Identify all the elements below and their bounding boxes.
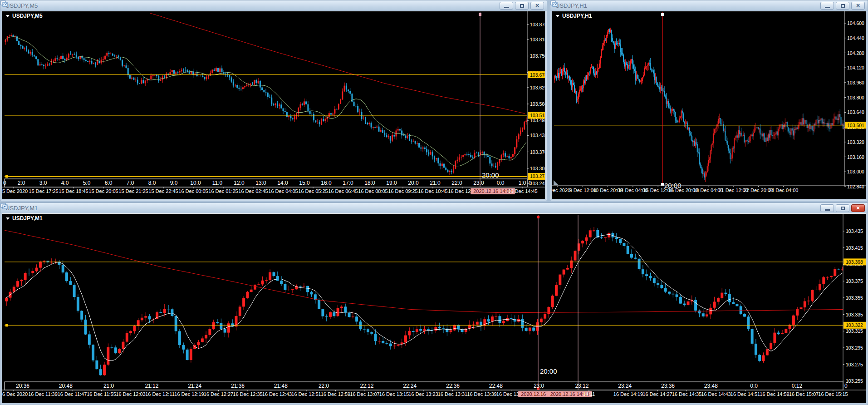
hour-label: 23:36 — [661, 383, 675, 389]
close-icon: ✕ — [856, 3, 860, 8]
price-axis-label: 103.800 — [847, 95, 864, 100]
m5-chart-canvas[interactable]: 20:002:03:04:05:06:07:08:09:010:011:012:… — [2, 11, 545, 199]
line-handle[interactable] — [5, 175, 8, 178]
time-axis-label: 24 Dec 04:00 — [769, 188, 798, 193]
titlebar-m1[interactable]: USDJPY,M1 ✕ — [0, 203, 868, 213]
hour-label: 20:48 — [59, 383, 73, 389]
minimize-button[interactable] — [500, 2, 513, 10]
vline-handle[interactable] — [661, 13, 664, 16]
hour-label: 23:0 — [473, 180, 484, 186]
hour-label: 5:0 — [83, 180, 91, 186]
chart-window-h1: USDJPY,H1 ✕ USDJPY,H1 20:00104.600104.44… — [550, 0, 868, 201]
price-axis-label: 103.435 — [530, 133, 545, 138]
time-axis-label: 16 Dec 05:25 — [298, 188, 328, 194]
hour-label: 1:0 — [519, 180, 526, 186]
price-badge: 103.501 — [845, 122, 866, 128]
hour-label: 15:0 — [299, 180, 310, 186]
time-axis-label: 16 Dec 14:19 — [613, 391, 643, 397]
time-axis-label: 16 Dec 08:05 — [358, 188, 387, 194]
m1-chart-canvas[interactable]: 20:0020:3620:4821:021:1221:2421:3621:482… — [2, 214, 866, 403]
price-axis-label: 103.960 — [847, 80, 864, 85]
time-axis-label: 15 Dec 21:25 — [118, 188, 148, 194]
restore-button[interactable] — [836, 2, 849, 10]
candlestick-series — [5, 227, 844, 376]
price-badge: 103.676 — [528, 71, 545, 78]
price-axis-label: 104.600 — [847, 20, 864, 26]
chart-window-m1: USDJPY,M1 ✕ USDJPY,M1 20:0020:3620:4821:… — [0, 202, 868, 405]
symbol-label[interactable]: USDJPY,M1 — [6, 215, 43, 222]
chart-area-h1[interactable]: USDJPY,H1 20:00104.600104.440104.280104.… — [552, 11, 866, 199]
candlestick-series — [5, 13, 527, 175]
restore-icon — [520, 4, 524, 8]
vline-handle[interactable] — [661, 183, 664, 186]
price-axis-label: 102.840 — [847, 184, 864, 189]
chart-window-m5: USDJPY,M5 ✕ USDJPY,M5 20:002:03:04:05:06… — [0, 0, 547, 201]
price-axis-label: 104.120 — [847, 65, 864, 70]
titlebar-m5[interactable]: USDJPY,M5 ✕ — [0, 0, 547, 11]
close-button[interactable]: ✕ — [851, 204, 865, 212]
price-axis-label: 103.625 — [530, 85, 545, 90]
time-axis-label: 16 Dec 14:51 — [731, 391, 760, 397]
time-axis-label: 2020.12.16 14:00 — [473, 188, 512, 194]
hour-label: 2:0 — [18, 180, 25, 186]
time-axis-label: 16 Dec 14:43 — [701, 391, 731, 397]
hour-label: 16:0 — [321, 180, 332, 186]
time-axis-label: 16 Dec 15:07 — [789, 391, 819, 397]
chart-area-m1[interactable]: USDJPY,M1 20:0020:3620:4821:021:1221:242… — [2, 213, 866, 403]
hour-label: 8:0 — [148, 180, 156, 186]
price-axis-label: 104.280 — [847, 50, 864, 56]
vline-handle[interactable] — [479, 13, 481, 16]
time-axis-label: 16 Dec 04:05 — [268, 188, 298, 194]
time-axis-label: 16 Dec 12:59 — [321, 391, 350, 397]
time-axis-label: 16 Dec 12:11 — [145, 391, 175, 397]
time-axis-label: 16 Dec 13:07 — [350, 391, 379, 397]
hour-label: 9:0 — [170, 180, 178, 186]
price-axis-label: 103.320 — [847, 139, 864, 145]
time-axis-label: 16 Dec 01:25 — [208, 188, 238, 194]
time-axis-label: 16 Dec 11:55 — [87, 391, 116, 397]
symbol-label[interactable]: USDJPY,H1 — [556, 13, 592, 19]
window-title: USDJPY,M1 — [5, 205, 38, 212]
restore-button[interactable] — [515, 2, 529, 10]
titlebar-h1[interactable]: USDJPY,H1 ✕ — [550, 0, 868, 11]
price-axis-label: 104.440 — [847, 35, 864, 41]
time-axis-label: 16 Dec 14:27 — [642, 391, 672, 397]
close-button[interactable]: ✕ — [851, 2, 865, 10]
close-button[interactable]: ✕ — [530, 2, 544, 10]
restore-button[interactable] — [836, 204, 849, 212]
line-handle[interactable] — [5, 324, 8, 326]
price-axis-label: 103.640 — [847, 109, 864, 115]
minimize-button[interactable] — [820, 2, 834, 10]
hour-label: 0 — [3, 180, 6, 186]
minimize-button[interactable] — [820, 204, 834, 212]
hour-label: 12:0 — [234, 180, 245, 186]
hour-label: 22:48 — [489, 383, 503, 389]
window-title: USDJPY,H1 — [555, 2, 587, 9]
minimize-icon — [825, 209, 830, 211]
chart-area-m5[interactable]: USDJPY,M5 20:002:03:04:05:06:07:08:09:01… — [2, 11, 545, 199]
hour-label: 23:24 — [618, 383, 632, 389]
price-axis-label: 103.815 — [530, 37, 545, 42]
vline-time-label: 20:00 — [540, 367, 557, 375]
hour-label: 21:0 — [430, 180, 441, 186]
vline-time-label: 20:00 — [482, 171, 499, 179]
price-axis-label: 103.335 — [846, 312, 863, 317]
hour-label: 7:0 — [127, 180, 134, 186]
window-title: USDJPY,M5 — [5, 2, 38, 9]
h1-chart-canvas[interactable]: 20:00104.600104.440104.280104.120103.960… — [552, 11, 866, 199]
hour-label: 23:0 — [534, 383, 544, 389]
time-axis-label: 16 Dec 12:27 — [204, 391, 233, 397]
price-axis-label: 103.275 — [846, 362, 863, 367]
hour-label: 22:24 — [403, 383, 417, 389]
vline-handle[interactable] — [537, 216, 539, 218]
price-badge: 103.273 — [528, 173, 545, 180]
minimize-icon — [504, 7, 509, 8]
price-axis-label: 103.415 — [846, 245, 863, 251]
price-axis-label: 103.375 — [846, 278, 863, 284]
hour-label: 3:0 — [39, 180, 47, 186]
svg-text:103.501: 103.501 — [847, 123, 864, 128]
time-axis-label: 16 Dec 13:15 — [379, 391, 409, 397]
symbol-label[interactable]: USDJPY,M5 — [6, 13, 43, 19]
restore-icon — [841, 207, 845, 210]
minimize-icon — [825, 7, 830, 8]
